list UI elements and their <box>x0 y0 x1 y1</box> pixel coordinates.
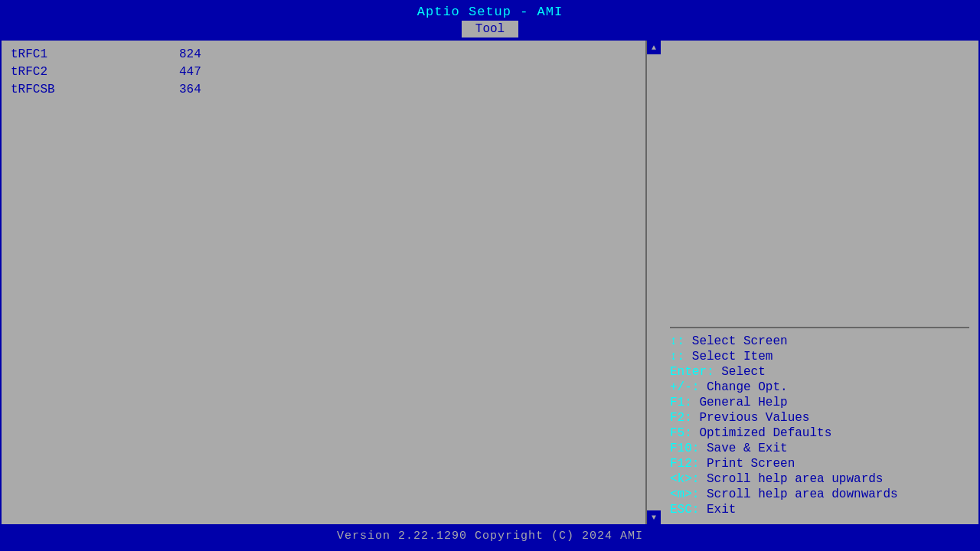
row-value: 824 <box>179 47 201 61</box>
keybind-key: <m>: <box>670 487 699 501</box>
row-label: tRFC2 <box>11 65 179 79</box>
keybind-row: ESC: Exit <box>670 503 969 517</box>
keybind-row: F2: Previous Values <box>670 411 969 425</box>
tab-tool[interactable]: Tool <box>462 21 518 37</box>
keybind-desc: Scroll help area upwards <box>699 472 883 486</box>
keybind-desc: Save & Exit <box>699 442 787 455</box>
keybind-row: ↕: Select Screen <box>670 334 969 348</box>
keybind-key: F12: <box>670 457 699 471</box>
keybind-row: F12: Print Screen <box>670 457 969 471</box>
keybind-key: ↕: <box>670 334 684 348</box>
keybind-desc: Select <box>714 365 766 379</box>
row-label: tRFC1 <box>11 47 179 61</box>
table-row: tRFC1 824 <box>11 47 636 62</box>
row-value: 447 <box>179 65 201 79</box>
keybind-desc: Scroll help area downwards <box>699 487 897 501</box>
keybind-desc: Select Item <box>684 350 773 364</box>
keybind-key: ↕: <box>670 350 684 364</box>
scroll-up-button[interactable]: ▲ <box>647 41 661 54</box>
keybind-desc: Select Screen <box>684 334 787 348</box>
scroll-down-button[interactable]: ▼ <box>647 510 661 524</box>
keybind-row: <m>: Scroll help area downwards <box>670 487 969 501</box>
keybind-row: ↕: Select Item <box>670 350 969 364</box>
header-title: Aptio Setup - AMI <box>0 0 980 19</box>
nav-bar: Tool <box>0 19 980 39</box>
keybind-desc: Change Opt. <box>699 380 787 394</box>
keybind-key: <k>: <box>670 472 699 486</box>
keybind-key: +/-: <box>670 380 699 394</box>
scroll-track <box>647 54 661 510</box>
keybind-row: Enter: Select <box>670 365 969 379</box>
keybind-key: F2: <box>670 411 692 425</box>
scrollbar: ▲ ▼ <box>647 41 661 524</box>
table-row: tRFC2 447 <box>11 64 636 80</box>
main-content: tRFC1 824 tRFC2 447 tRFCSB 364 ▲ ▼ ↕: Se… <box>0 39 980 526</box>
row-label: tRFCSB <box>11 83 179 96</box>
keybind-row: F10: Save & Exit <box>670 442 969 455</box>
keybind-key: ESC: <box>670 503 699 517</box>
app-title: Aptio Setup - AMI <box>417 5 563 19</box>
keybind-desc: Previous Values <box>692 411 810 425</box>
keybind-desc: General Help <box>692 396 788 409</box>
left-panel: tRFC1 824 tRFC2 447 tRFCSB 364 <box>2 41 647 524</box>
keybind-row: +/-: Change Opt. <box>670 380 969 394</box>
keybind-row: <k>: Scroll help area upwards <box>670 472 969 486</box>
keybind-desc: Print Screen <box>699 457 795 471</box>
keybind-key: F5: <box>670 426 692 440</box>
keybind-desc: Exit <box>699 503 736 517</box>
row-value: 364 <box>179 83 201 96</box>
footer-text: Version 2.22.1290 Copyright (C) 2024 AMI <box>337 530 643 543</box>
keybind-key: Enter: <box>670 365 714 379</box>
footer: Version 2.22.1290 Copyright (C) 2024 AMI <box>0 526 980 547</box>
help-section <box>670 47 969 328</box>
table-row: tRFCSB 364 <box>11 82 636 97</box>
keybind-list: ↕: Select Screen ↕: Select Item Enter: S… <box>670 334 969 518</box>
right-panel: ↕: Select Screen ↕: Select Item Enter: S… <box>661 41 978 524</box>
keybind-key: F10: <box>670 442 699 455</box>
keybind-key: F1: <box>670 396 692 409</box>
keybind-desc: Optimized Defaults <box>692 426 831 440</box>
keybind-row: F5: Optimized Defaults <box>670 426 969 440</box>
keybind-row: F1: General Help <box>670 396 969 409</box>
